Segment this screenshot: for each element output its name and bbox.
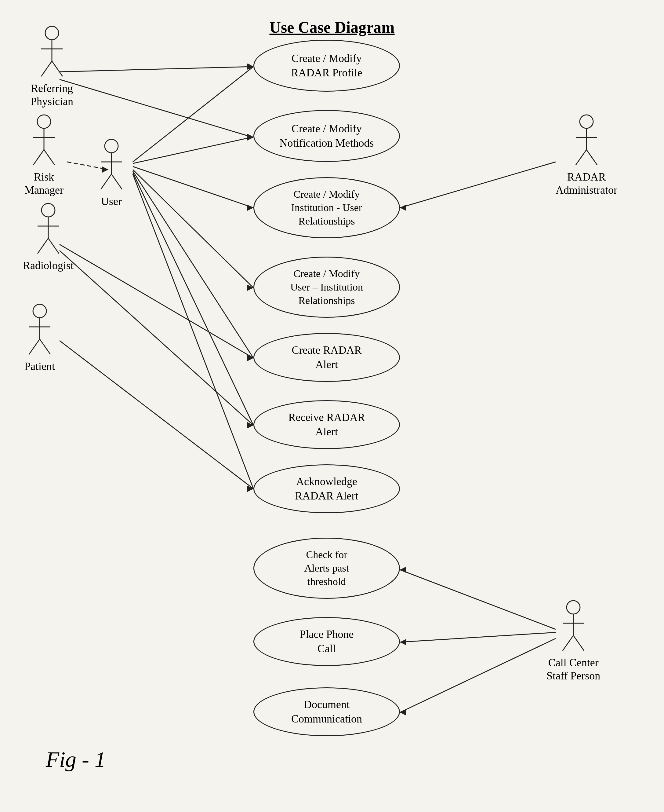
- svg-line-43: [44, 150, 55, 165]
- svg-line-58: [40, 339, 50, 354]
- svg-line-32: [400, 639, 556, 713]
- svg-marker-15: [247, 355, 253, 361]
- svg-marker-19: [247, 486, 253, 492]
- figure-label: Fig - 1: [46, 747, 106, 772]
- svg-line-24: [60, 341, 253, 489]
- svg-point-34: [45, 26, 59, 40]
- radiologist-label: Radiologist: [23, 259, 73, 272]
- svg-marker-27: [400, 205, 406, 211]
- svg-marker-11: [247, 205, 253, 211]
- svg-line-6: [133, 67, 253, 162]
- svg-line-2: [60, 80, 253, 137]
- svg-marker-17: [247, 422, 253, 428]
- svg-point-59: [580, 115, 593, 128]
- user-figure: [98, 137, 125, 192]
- svg-line-48: [111, 174, 122, 189]
- actor-referring-physician: Referring Physician: [31, 24, 73, 108]
- actor-patient: Patient: [24, 302, 55, 373]
- svg-point-49: [42, 204, 55, 217]
- user-label: User: [101, 195, 122, 208]
- svg-marker-3: [247, 134, 253, 140]
- use-case-create-notification-methods: Create / Modify Notification Methods: [253, 110, 400, 162]
- use-case-place-phone-call: Place Phone Call: [253, 617, 400, 666]
- svg-point-44: [105, 139, 118, 153]
- actor-radar-administrator: RADAR Administrator: [556, 113, 617, 197]
- use-case-receive-radar-alert-label: Receive RADAR Alert: [288, 410, 365, 439]
- patient-label: Patient: [24, 360, 55, 373]
- use-case-document-communication-label: Document Communication: [291, 698, 362, 726]
- use-case-create-radar-profile-label: Create / Modify RADAR Profile: [291, 51, 362, 80]
- svg-line-0: [60, 67, 253, 72]
- svg-line-38: [52, 61, 63, 77]
- risk-manager-label: Risk Manager: [24, 170, 63, 197]
- actor-radiologist: Radiologist: [23, 202, 73, 272]
- risk-manager-figure: [30, 113, 58, 168]
- actor-user: User: [98, 137, 125, 208]
- svg-line-22: [60, 251, 253, 425]
- svg-line-18: [133, 174, 253, 489]
- svg-line-67: [563, 636, 573, 651]
- use-case-place-phone-call-label: Place Phone Call: [300, 627, 354, 656]
- use-case-acknowledge-radar-alert: Acknowledge RADAR Alert: [253, 464, 400, 513]
- svg-point-64: [566, 601, 580, 614]
- use-case-document-communication: Document Communication: [253, 687, 400, 736]
- actor-risk-manager: Risk Manager: [24, 113, 63, 197]
- use-case-receive-radar-alert: Receive RADAR Alert: [253, 400, 400, 449]
- radar-administrator-figure: [573, 113, 600, 168]
- svg-line-37: [41, 61, 52, 77]
- svg-line-26: [400, 162, 556, 208]
- svg-line-42: [33, 150, 44, 165]
- use-case-create-user-institution-label: Create / Modify User – Institution Relat…: [290, 267, 363, 308]
- use-case-acknowledge-radar-alert-label: Acknowledge RADAR Alert: [295, 474, 358, 503]
- call-center-label: Call Center Staff Person: [547, 656, 600, 683]
- svg-marker-31: [400, 639, 406, 645]
- svg-line-52: [37, 238, 48, 254]
- use-case-create-notification-methods-label: Create / Modify Notification Methods: [280, 122, 374, 150]
- svg-marker-33: [400, 709, 406, 716]
- svg-line-10: [133, 166, 253, 208]
- svg-line-16: [133, 173, 253, 425]
- svg-point-54: [33, 304, 46, 318]
- use-case-create-radar-alert-label: Create RADAR Alert: [292, 343, 362, 372]
- use-case-create-radar-profile: Create / Modify RADAR Profile: [253, 40, 400, 92]
- svg-marker-13: [247, 285, 253, 291]
- svg-marker-9: [247, 134, 253, 140]
- patient-figure: [26, 302, 54, 357]
- actor-call-center: Call Center Staff Person: [547, 599, 600, 683]
- use-case-create-radar-alert: Create RADAR Alert: [253, 333, 400, 382]
- svg-marker-25: [247, 486, 253, 492]
- radar-administrator-label: RADAR Administrator: [556, 170, 617, 197]
- svg-marker-21: [247, 355, 253, 361]
- use-case-check-alerts-label: Check for Alerts past threshold: [304, 548, 349, 589]
- use-case-check-alerts: Check for Alerts past threshold: [253, 538, 400, 599]
- radiologist-figure: [34, 202, 62, 257]
- svg-line-68: [573, 636, 584, 651]
- svg-marker-23: [247, 422, 253, 428]
- referring-physician-figure: [38, 24, 66, 80]
- page: Use Case Diagram: [0, 0, 664, 812]
- svg-line-53: [48, 238, 59, 254]
- svg-marker-7: [248, 64, 253, 70]
- svg-line-14: [133, 171, 253, 358]
- svg-line-20: [60, 245, 253, 358]
- svg-line-8: [133, 137, 253, 163]
- svg-line-30: [400, 633, 556, 642]
- svg-line-57: [29, 339, 40, 354]
- svg-marker-29: [400, 567, 406, 573]
- svg-marker-1: [247, 64, 253, 70]
- svg-line-63: [586, 150, 597, 165]
- call-center-figure: [560, 599, 587, 654]
- use-case-create-user-institution: Create / Modify User – Institution Relat…: [253, 257, 400, 318]
- use-case-create-institution-user-label: Create / Modify Institution - User Relat…: [291, 188, 362, 228]
- svg-line-62: [576, 150, 586, 165]
- svg-point-39: [37, 115, 50, 128]
- svg-line-47: [101, 174, 111, 189]
- referring-physician-label: Referring Physician: [31, 82, 73, 108]
- use-case-create-institution-user: Create / Modify Institution - User Relat…: [253, 177, 400, 238]
- diagram-title: Use Case Diagram: [269, 18, 394, 36]
- svg-line-12: [133, 170, 253, 288]
- svg-line-28: [400, 570, 556, 629]
